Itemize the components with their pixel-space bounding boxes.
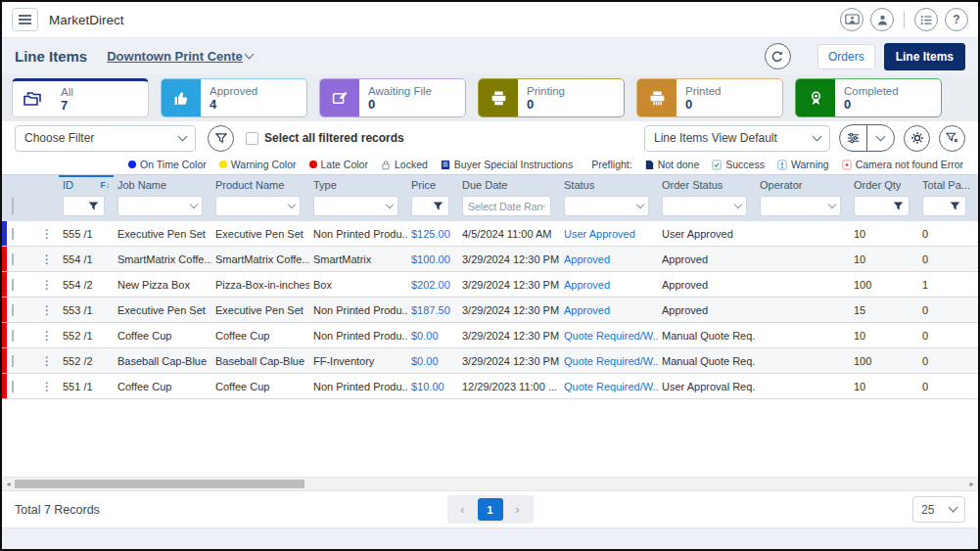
table-row[interactable]: ⋮ 555 /1 Executive Pen Set Executive Pen… <box>2 221 978 247</box>
cell-status-link[interactable]: Approved <box>560 253 658 265</box>
cell-status-link[interactable]: Quote Required/W... <box>560 355 658 367</box>
cell-price-link[interactable]: $202.00 <box>407 279 458 291</box>
location-selector[interactable]: Downtown Print Cente <box>107 49 253 64</box>
column-header-product-name[interactable]: Product Name <box>211 179 309 191</box>
row-checkbox[interactable] <box>12 279 14 291</box>
column-header-due-date[interactable]: Due Date <box>458 179 560 191</box>
type-filter-select[interactable] <box>313 196 398 216</box>
list-menu-icon[interactable] <box>914 8 938 31</box>
row-checkbox[interactable] <box>12 228 14 240</box>
cell-price-link[interactable]: $0.00 <box>407 355 458 367</box>
row-checkbox[interactable] <box>12 304 14 316</box>
row-menu-icon[interactable]: ⋮ <box>35 227 59 241</box>
view-select[interactable]: Line Items View Default <box>644 125 830 152</box>
row-menu-icon[interactable]: ⋮ <box>35 329 59 343</box>
table-row[interactable]: ⋮ 554 /2 New Pizza Box Pizza-Box-in-inch… <box>2 272 978 298</box>
cell-status-link[interactable]: User Approved <box>560 228 658 240</box>
card-completed[interactable]: Completed 0 <box>795 78 942 117</box>
status-filter-select[interactable] <box>564 196 649 216</box>
card-printing[interactable]: Printing 0 <box>478 78 625 117</box>
row-status-bar <box>2 247 7 271</box>
column-options-chevron-button[interactable] <box>867 125 894 151</box>
row-checkbox[interactable] <box>12 381 14 392</box>
column-header-price[interactable]: Price <box>407 179 458 191</box>
line-items-button[interactable]: Line Items <box>884 43 965 70</box>
operator-filter-select[interactable] <box>760 196 841 216</box>
product-name-filter-select[interactable] <box>215 196 301 216</box>
apply-filter-button[interactable] <box>208 125 234 152</box>
file-edit-icon <box>320 79 359 116</box>
scroll-left-arrow-icon[interactable]: ◂ <box>2 478 15 490</box>
sort-icon[interactable]: F↓ <box>101 180 110 190</box>
cell-status-link[interactable]: Quote Required/W... <box>560 330 658 342</box>
column-header-id[interactable]: ID F↓ <box>59 175 114 195</box>
horizontal-scrollbar[interactable]: ◂ ▸ <box>2 477 978 490</box>
id-filter-input[interactable] <box>63 196 105 216</box>
row-checkbox[interactable] <box>12 355 14 367</box>
row-menu-icon[interactable]: ⋮ <box>35 278 59 292</box>
user-icon[interactable] <box>870 8 894 31</box>
column-header-operator[interactable]: Operator <box>756 179 850 191</box>
calendar-icon[interactable] <box>542 201 545 212</box>
chevron-down-icon <box>828 200 836 207</box>
row-menu-icon[interactable]: ⋮ <box>35 380 59 393</box>
table-row[interactable]: ⋮ 552 /2 Baseball Cap-Blue Baseball Cap-… <box>2 348 978 374</box>
cell-price-link[interactable]: $0.00 <box>407 330 458 342</box>
settings-gear-button[interactable] <box>904 125 930 152</box>
cell-price-link[interactable]: $187.50 <box>407 304 458 316</box>
order-status-filter-select[interactable] <box>662 196 747 216</box>
hamburger-menu-button[interactable] <box>12 8 38 31</box>
cell-status-link[interactable]: Approved <box>560 279 658 291</box>
orders-button[interactable]: Orders <box>817 44 875 69</box>
column-header-order-status[interactable]: Order Status <box>658 179 756 191</box>
scrollbar-thumb[interactable] <box>15 480 304 488</box>
table-row[interactable]: ⋮ 553 /1 Executive Pen Set Executive Pen… <box>2 298 978 323</box>
refresh-button[interactable] <box>765 43 791 69</box>
total-filter-input[interactable] <box>922 196 966 216</box>
cell-status-link[interactable]: Quote Required/W... <box>560 381 658 392</box>
row-menu-icon[interactable]: ⋮ <box>35 354 59 368</box>
table-row[interactable]: ⋮ 551 /1 Coffee Cup Coffee Cup Non Print… <box>2 374 978 399</box>
row-checkbox[interactable] <box>12 253 14 265</box>
sub-header: Line Items Downtown Print Cente Orders L… <box>2 37 978 74</box>
table-row[interactable]: ⋮ 552 /1 Coffee Cup Coffee Cup Non Print… <box>2 323 978 348</box>
current-page-button[interactable]: 1 <box>478 498 503 521</box>
column-header-order-qty[interactable]: Order Qty <box>850 179 918 191</box>
select-all-checkbox[interactable] <box>246 132 258 145</box>
chevron-down-icon <box>813 131 822 141</box>
row-checkbox[interactable] <box>12 330 14 342</box>
card-printed[interactable]: Printed 0 <box>636 78 783 117</box>
column-sliders-button[interactable] <box>840 125 866 151</box>
card-awaiting-file[interactable]: Awaiting File 0 <box>319 78 466 117</box>
choose-filter-select[interactable]: Choose Filter <box>15 125 196 152</box>
view-toggle-group: Orders Line Items <box>765 43 965 70</box>
card-all[interactable]: All 7 <box>12 78 149 117</box>
cell-price-link[interactable]: $125.00 <box>407 228 458 240</box>
select-all-rows-checkbox[interactable] <box>12 198 14 215</box>
order-qty-filter-input[interactable] <box>854 196 910 216</box>
row-menu-icon[interactable]: ⋮ <box>35 303 59 317</box>
clear-filter-button[interactable] <box>939 125 965 152</box>
scroll-right-arrow-icon[interactable]: ▸ <box>965 478 978 490</box>
screen-share-icon[interactable] <box>840 8 863 31</box>
cell-status-link[interactable]: Approved <box>560 304 658 316</box>
job-name-filter-select[interactable] <box>117 196 203 216</box>
next-page-button[interactable]: › <box>505 498 531 521</box>
page-size-select[interactable]: 25 <box>912 496 965 523</box>
table-filter-row: Select Date Ran <box>2 195 978 221</box>
help-icon[interactable]: ? <box>945 8 968 31</box>
price-filter-input[interactable] <box>411 196 449 216</box>
column-header-total[interactable]: Total Pa... <box>918 179 975 191</box>
cell-price-link[interactable]: $10.00 <box>407 381 458 392</box>
prev-page-button[interactable]: ‹ <box>450 498 476 521</box>
card-label: Printing <box>527 85 565 97</box>
due-date-filter-input[interactable]: Select Date Ran <box>462 196 551 216</box>
select-all-filtered[interactable]: Select all filtered records <box>246 131 404 145</box>
card-approved[interactable]: Approved 4 <box>161 78 307 117</box>
column-header-status[interactable]: Status <box>560 179 658 191</box>
table-row[interactable]: ⋮ 554 /1 SmartMatrix Coffe... SmartMatri… <box>2 247 978 272</box>
column-header-job-name[interactable]: Job Name <box>114 179 211 191</box>
cell-price-link[interactable]: $100.00 <box>407 253 458 265</box>
row-menu-icon[interactable]: ⋮ <box>35 253 59 266</box>
column-header-type[interactable]: Type <box>309 179 407 191</box>
